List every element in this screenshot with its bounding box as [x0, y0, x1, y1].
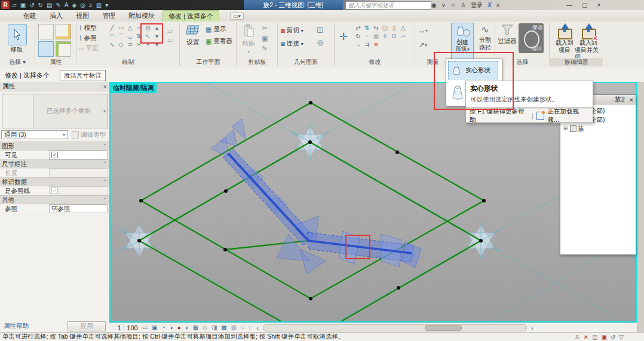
user-icon[interactable]: ♙ [461, 2, 466, 8]
text-icon[interactable]: A [65, 2, 69, 8]
section-icon[interactable]: ◎ [80, 2, 85, 8]
workplane-show-button[interactable]: ▦显示 [206, 25, 232, 33]
view-scale[interactable]: 1 : 100 [118, 324, 138, 331]
app-menu-button[interactable]: R [1, 1, 10, 9]
panel-label-workplane[interactable]: 工作平面 [180, 58, 236, 66]
multi-trim-tool[interactable]: ⇉ [363, 40, 372, 48]
section-header-identity[interactable]: 标识数据⌃ [0, 177, 109, 186]
panel-label-clipboard[interactable]: 剪贴板 [237, 58, 277, 66]
apply-button[interactable]: 应用 [68, 321, 106, 331]
open-icon[interactable]: ▱ [12, 2, 17, 8]
temporary-properties-icon[interactable]: ▥ [231, 324, 237, 331]
properties-icon[interactable] [38, 24, 54, 39]
draw-rect-tool[interactable]: ▭ [116, 23, 125, 32]
draw-scroll-down-icon[interactable]: ▾ [152, 32, 161, 40]
paste-button[interactable]: 粘贴▾ [239, 24, 258, 54]
tab-create[interactable]: 创建 [18, 10, 42, 21]
scroll-right-icon[interactable]: › [531, 324, 533, 331]
collapse-icon[interactable]: ⌃ [103, 143, 107, 149]
tab-manage[interactable]: 管理 [97, 10, 121, 21]
unlock-view-icon[interactable]: ◇ [203, 324, 207, 331]
collapse-icon[interactable]: ⌃ [103, 197, 107, 202]
draw-spline-tool[interactable]: ∿ [108, 40, 116, 48]
tab-view[interactable]: 视图 [70, 10, 94, 21]
type-selector[interactable]: 已选择多个类别 ▾ [2, 94, 108, 128]
qat-dropdown-icon[interactable]: ▾ [105, 2, 108, 8]
minimize-button[interactable]: — [566, 2, 572, 8]
draw-pick-tool[interactable]: ⇅ [134, 32, 143, 40]
connectors-icon[interactable] [56, 41, 71, 57]
split-tool[interactable]: ▯ [390, 23, 398, 32]
type-selector-caret-icon[interactable]: ▾ [103, 109, 108, 114]
cut-icon[interactable]: ✂ [262, 24, 268, 32]
reference-value-cell[interactable]: 弱参照 [49, 204, 108, 213]
save-icon[interactable]: ▣ [20, 2, 26, 8]
displacement-icon[interactable]: ◌ [249, 324, 252, 331]
rotate-tool[interactable]: ↻ [354, 32, 363, 40]
family-types-icon[interactable] [56, 24, 71, 39]
constraints-icon[interactable]: ○ [241, 324, 244, 331]
worksets-icon[interactable]: ♙ [575, 334, 580, 340]
collapse-icon[interactable]: ⌃ [103, 179, 107, 185]
family-category-icon[interactable] [38, 41, 54, 57]
scale-tool[interactable]: ▫ [363, 32, 372, 40]
more-icon[interactable]: » [496, 2, 500, 8]
section-header-other[interactable]: 其他⌃ [0, 195, 109, 204]
print-icon[interactable]: ▤ [47, 2, 52, 8]
reveal-hidden-icon[interactable]: ▩ [221, 324, 226, 331]
draw-partial-ellipse-tool[interactable]: ⊃ [125, 40, 134, 48]
visible-checkbox[interactable]: ✓ [51, 152, 58, 158]
draw-point-tool[interactable]: • [143, 40, 152, 48]
cut-geometry-button[interactable]: ◙剪切▾ [281, 26, 303, 35]
press-drag-icon[interactable]: ◫ [592, 334, 597, 340]
extend-tool[interactable]: ⇀ [398, 32, 407, 40]
align-tool[interactable]: ⇄ [354, 23, 363, 32]
copy-tool[interactable]: ⊙ [390, 32, 398, 40]
design-options-icon[interactable]: ▣ [601, 334, 606, 340]
crop-view-icon[interactable]: ◗ [185, 324, 189, 331]
background-process-icon[interactable]: ↺ [611, 334, 615, 340]
filter-combo[interactable]: 通用 (3)▾ [1, 130, 68, 139]
draw-line-tool[interactable]: ╱ [108, 23, 116, 32]
expand-icon[interactable]: ⊞ [563, 125, 568, 133]
draw-polygon-tool[interactable]: △ [125, 23, 134, 32]
trim-tool[interactable]: ▣ [372, 32, 381, 40]
undo-icon[interactable]: ↺ [29, 2, 34, 8]
modify-button[interactable] [8, 24, 27, 45]
project-browser-close-icon[interactable]: × [630, 96, 633, 103]
match-type-icon[interactable]: ✎ [262, 45, 268, 53]
crop-region-icon[interactable]: ▦ [193, 324, 198, 331]
section-header-dimensions[interactable]: 尺寸标注⌃ [0, 159, 109, 168]
window-icon[interactable]: ▥ [96, 2, 102, 8]
model-line-button[interactable]: ⌇模型 [79, 24, 98, 32]
panel-label-modify[interactable]: 修改 [335, 58, 415, 66]
copy-icon[interactable]: ▣ [262, 35, 268, 42]
subscription-icon[interactable]: ∨ [441, 2, 446, 8]
panel-label-properties[interactable]: 属性 [36, 58, 76, 66]
ribbon-display-toggle[interactable]: ▭▾ [230, 13, 244, 20]
draw-circle-tool[interactable]: ○ [134, 23, 143, 32]
plane-button[interactable]: ▱平面 [79, 44, 98, 53]
pin-tool[interactable]: ◊ [381, 32, 390, 40]
workplane-viewer-button[interactable]: ▣查看器 [206, 37, 232, 45]
favorites-icon[interactable]: ☆ [450, 2, 456, 8]
draw-more-icon[interactable]: ▾ [152, 40, 161, 48]
workplane-set-button[interactable]: 设置 [183, 24, 203, 47]
panel-label-selection[interactable]: 选择 [496, 58, 549, 66]
exclude-options-icon[interactable]: ✕ [584, 334, 588, 340]
thin-lines-icon[interactable]: ≡ [89, 2, 93, 8]
section-header-graphics[interactable]: 图形⌃ [0, 142, 109, 150]
draw-ellipse2-tool[interactable]: ◇ [116, 40, 125, 48]
temporary-hide-icon[interactable]: ◨ [211, 324, 217, 331]
tab-addins[interactable]: 附加模块 [123, 10, 160, 21]
draw-scroll-up-icon[interactable]: ▴ [152, 23, 161, 32]
draw-arc-tool[interactable]: ◠ [108, 32, 116, 40]
filter-button[interactable]: 过滤器 [497, 24, 517, 45]
horizontal-scrollbar[interactable] [263, 324, 527, 331]
restore-button[interactable]: ▢ [582, 2, 587, 8]
solid-box-icon[interactable]: ◫ [317, 25, 323, 33]
signin-link[interactable]: 登录 [471, 1, 483, 10]
demolish-icon[interactable]: ◎ [317, 38, 323, 47]
shadows-icon[interactable]: ◑ [170, 324, 173, 331]
sketch-icon[interactable]: ✎ [56, 2, 60, 8]
